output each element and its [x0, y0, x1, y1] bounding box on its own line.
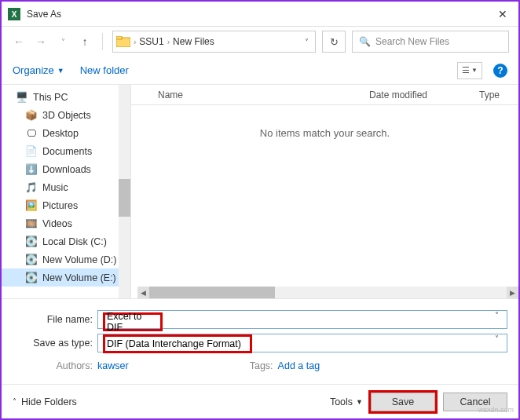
column-name[interactable]: Name: [150, 85, 361, 104]
filetype-select[interactable]: DIF (Data Interchange Format) ˅: [97, 334, 507, 352]
tree-item-new-volume-d[interactable]: 💽New Volume (D:): [2, 250, 130, 268]
desktop-icon: 🖵: [25, 127, 38, 140]
downloads-icon: ⬇️: [25, 163, 38, 176]
music-icon: 🎵: [25, 181, 38, 194]
folder-tree: 🖥️This PC 📦3D Objects 🖵Desktop 📄Document…: [2, 85, 131, 298]
chevron-down-icon: ▼: [356, 398, 363, 406]
address-bar[interactable]: › SSU1 › New Files ˅: [112, 31, 316, 53]
documents-icon: 📄: [25, 145, 38, 158]
disk-icon: 💽: [25, 236, 38, 248]
save-form: File name: Excel to DIF ˅ Save as type: …: [2, 298, 518, 374]
disk-icon: 💽: [25, 272, 38, 284]
breadcrumb-item[interactable]: SSU1: [139, 36, 163, 47]
forward-button: →: [33, 34, 49, 49]
toolbar: Organize ▼ New folder ☰ ▼ ?: [2, 57, 518, 85]
tree-item-documents[interactable]: 📄Documents: [2, 142, 130, 160]
recent-dropdown[interactable]: ˅: [55, 34, 71, 49]
chevron-down-icon[interactable]: ˅: [495, 311, 499, 320]
back-button[interactable]: ←: [11, 34, 27, 49]
scroll-left-icon[interactable]: ◀: [137, 287, 149, 298]
chevron-down-icon[interactable]: ˅: [495, 334, 499, 343]
tree-item-local-disk-c[interactable]: 💽Local Disk (C:): [2, 232, 130, 250]
tree-item-music[interactable]: 🎵Music: [2, 178, 130, 196]
tree-item-videos[interactable]: 🎞️Videos: [2, 214, 130, 232]
hide-folders-button[interactable]: ˄ Hide Folders: [13, 396, 77, 407]
horizontal-scrollbar[interactable]: ◀ ▶: [137, 287, 518, 298]
watermark: wsxdn.com: [478, 406, 514, 414]
breadcrumb-item[interactable]: New Files: [173, 36, 214, 47]
chevron-up-icon: ˄: [13, 397, 16, 406]
chevron-right-icon[interactable]: ›: [167, 38, 170, 46]
filename-label: File name:: [13, 314, 97, 325]
help-button[interactable]: ?: [493, 64, 507, 78]
organize-button[interactable]: Organize ▼: [13, 64, 64, 76]
up-button[interactable]: ↑: [77, 34, 93, 49]
videos-icon: 🎞️: [25, 217, 38, 230]
tags-value[interactable]: Add a tag: [278, 360, 320, 371]
scroll-thumb[interactable]: [149, 287, 275, 298]
pictures-icon: 🖼️: [25, 199, 38, 212]
filetype-label: Save as type:: [13, 338, 97, 349]
search-input[interactable]: 🔍 Search New Files: [352, 31, 509, 53]
file-browser: 🖥️This PC 📦3D Objects 🖵Desktop 📄Document…: [2, 85, 518, 298]
filename-input[interactable]: Excel to DIF ˅: [97, 310, 507, 329]
tags-label: Tags:: [247, 360, 278, 371]
chevron-down-icon: ▼: [57, 67, 64, 75]
column-date[interactable]: Date modified: [361, 85, 471, 104]
column-headers: Name Date modified Type: [131, 85, 518, 105]
dialog-footer: ˄ Hide Folders Tools ▼ Save Cancel: [2, 384, 518, 418]
titlebar: X Save As ✕: [2, 2, 518, 27]
tree-item-new-volume-e[interactable]: 💽New Volume (E:): [2, 268, 130, 287]
tree-item-3d-objects[interactable]: 📦3D Objects: [2, 106, 130, 124]
svg-text:X: X: [12, 10, 17, 19]
navigation-bar: ← → ˅ ↑ › SSU1 › New Files ˅ ↻ 🔍 Search …: [2, 27, 518, 57]
separator: [102, 33, 103, 50]
view-options-button[interactable]: ☰ ▼: [457, 62, 482, 79]
authors-value[interactable]: kawser: [97, 360, 129, 371]
svg-rect-3: [116, 36, 122, 39]
tree-item-pictures[interactable]: 🖼️Pictures: [2, 196, 130, 214]
folder-icon: [116, 36, 130, 47]
authors-label: Authors:: [13, 360, 97, 371]
search-icon: 🔍: [359, 36, 371, 47]
save-as-dialog: X Save As ✕ ← → ˅ ↑ › SSU1 › New Files ˅…: [0, 0, 520, 420]
excel-icon: X: [8, 8, 20, 20]
address-dropdown[interactable]: ˅: [305, 38, 312, 46]
tree-item-desktop[interactable]: 🖵Desktop: [2, 124, 130, 142]
empty-message: No items match your search.: [131, 127, 518, 139]
list-icon: ☰: [462, 65, 470, 75]
search-placeholder: Search New Files: [375, 36, 449, 47]
chevron-down-icon: ▼: [471, 67, 478, 74]
save-button[interactable]: Save: [371, 393, 435, 411]
tree-item-this-pc[interactable]: 🖥️This PC: [2, 88, 130, 106]
refresh-button[interactable]: ↻: [322, 31, 346, 53]
scroll-right-icon[interactable]: ▶: [507, 287, 518, 298]
disk-icon: 💽: [25, 254, 38, 266]
pc-icon: 🖥️: [16, 91, 28, 104]
new-folder-button[interactable]: New folder: [80, 64, 129, 76]
tree-scroll-thumb[interactable]: [119, 179, 130, 217]
file-list: Name Date modified Type No items match y…: [131, 85, 518, 298]
tools-button[interactable]: Tools ▼: [330, 396, 363, 407]
3d-objects-icon: 📦: [25, 109, 38, 122]
tree-item-downloads[interactable]: ⬇️Downloads: [2, 160, 130, 178]
window-title: Save As: [27, 9, 487, 20]
column-type[interactable]: Type: [471, 85, 518, 104]
chevron-right-icon[interactable]: ›: [134, 38, 136, 46]
close-button[interactable]: ✕: [487, 2, 518, 27]
